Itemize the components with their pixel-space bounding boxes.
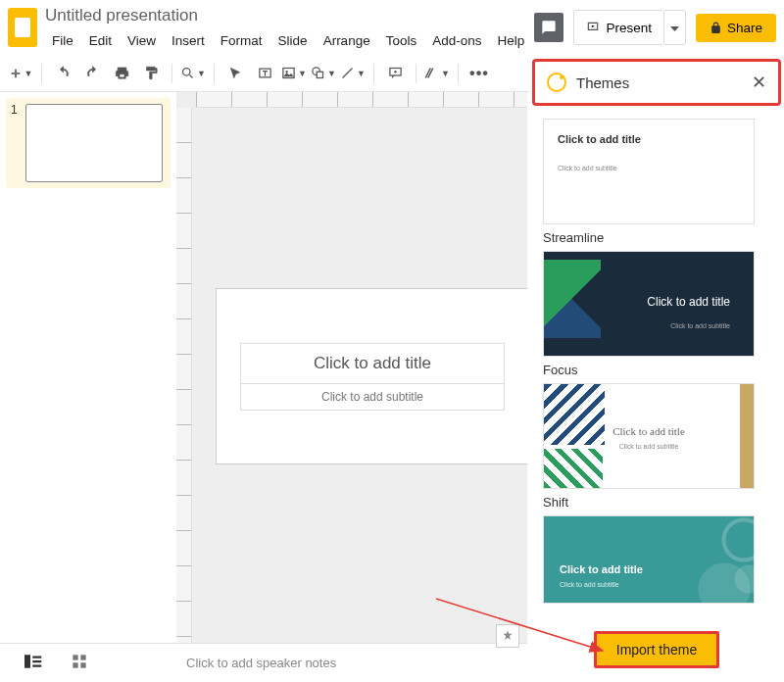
theme-title-text: Click to add title xyxy=(558,133,641,145)
undo-button[interactable] xyxy=(50,61,75,86)
comment-tool[interactable] xyxy=(382,61,408,86)
themes-panel: Themes ✕ Click to add title Click to add… xyxy=(529,56,784,682)
theme-sub-text: Click to add subtitle xyxy=(560,581,619,588)
theme-focus[interactable]: Click to add title Click to add subtitle xyxy=(543,251,755,357)
slide-thumb-1[interactable]: 1 xyxy=(6,98,171,188)
new-slide-button[interactable]: ▼ xyxy=(8,61,33,86)
theme-sub-text: Click to add subtitle xyxy=(670,322,730,329)
present-button[interactable]: Present xyxy=(573,10,664,45)
subtitle-placeholder[interactable]: Click to add subtitle xyxy=(240,384,505,411)
import-theme-button[interactable]: Import theme xyxy=(594,631,719,668)
menu-slide[interactable]: Slide xyxy=(271,29,315,52)
svg-rect-7 xyxy=(24,655,30,668)
image-tool[interactable]: ▼ xyxy=(281,61,307,86)
menu-arrange[interactable]: Arrange xyxy=(317,29,377,52)
slides-logo xyxy=(8,8,37,47)
share-button[interactable]: Share xyxy=(696,14,776,42)
theme-title-text: Click to add title xyxy=(544,425,754,437)
more-button[interactable]: ••• xyxy=(466,61,492,86)
menu-file[interactable]: File xyxy=(45,29,80,52)
slide[interactable]: Click to add title Click to add subtitle xyxy=(216,288,527,464)
menu-help[interactable]: Help xyxy=(490,29,531,52)
menu-view[interactable]: View xyxy=(121,29,163,52)
present-label: Present xyxy=(606,21,652,35)
shape-tool[interactable]: ▼ xyxy=(311,61,336,86)
transition-button[interactable]: ▼ xyxy=(424,61,450,86)
thumb-number: 1 xyxy=(11,103,18,117)
svg-rect-11 xyxy=(80,662,85,667)
ruler-horizontal xyxy=(196,92,527,108)
present-dropdown[interactable] xyxy=(664,10,686,45)
theme-list[interactable]: Click to add title Click to add subtitle… xyxy=(529,109,784,617)
menu-edit[interactable]: Edit xyxy=(82,29,119,52)
lock-icon xyxy=(710,22,722,34)
theme-shift[interactable]: Click to add title Click to add subtitle xyxy=(543,383,755,489)
theme-streamline[interactable]: Click to add title Click to add subtitle xyxy=(543,119,755,224)
paint-format-button[interactable] xyxy=(138,61,164,86)
svg-rect-8 xyxy=(73,655,77,659)
ruler-vertical xyxy=(176,108,192,643)
share-label: Share xyxy=(727,21,762,35)
svg-point-3 xyxy=(286,71,288,73)
canvas: Click to add title Click to add subtitle xyxy=(176,92,527,643)
redo-button[interactable] xyxy=(79,61,105,86)
notes-placeholder: Click to add speaker notes xyxy=(186,656,336,670)
svg-rect-10 xyxy=(73,662,77,667)
close-icon[interactable]: ✕ xyxy=(752,72,766,93)
comment-icon xyxy=(541,20,557,35)
svg-rect-9 xyxy=(80,655,85,659)
filmstrip-view-icon[interactable] xyxy=(24,655,42,672)
theme-title-text: Click to add title xyxy=(560,563,643,575)
bottom-bar: Click to add speaker notes xyxy=(0,643,527,682)
explore-button[interactable] xyxy=(496,624,519,648)
line-tool[interactable]: ▼ xyxy=(340,61,366,86)
print-button[interactable] xyxy=(109,61,134,86)
theme-label: Focus xyxy=(543,363,770,377)
theme-label: Streamline xyxy=(543,230,770,245)
chevron-down-icon xyxy=(670,26,679,32)
themes-header: Themes ✕ xyxy=(532,59,781,106)
themes-title: Themes xyxy=(576,74,742,91)
play-icon xyxy=(586,21,600,34)
comments-button[interactable] xyxy=(534,13,564,42)
palette-icon xyxy=(547,73,566,92)
doc-title[interactable]: Untitled presentation xyxy=(45,6,534,25)
grid-view-icon[interactable] xyxy=(72,654,87,673)
svg-point-0 xyxy=(183,69,191,76)
title-placeholder[interactable]: Click to add title xyxy=(240,343,505,384)
textbox-tool[interactable] xyxy=(252,61,277,86)
theme-label: Shift xyxy=(543,495,770,510)
filmstrip: 1 xyxy=(0,92,176,643)
theme-title-text: Click to add title xyxy=(647,295,730,309)
menu-addons[interactable]: Add-ons xyxy=(425,29,488,52)
select-tool[interactable] xyxy=(222,61,248,86)
speaker-notes[interactable]: Click to add speaker notes xyxy=(176,644,527,682)
theme-sub-text: Click to add subtitle xyxy=(544,443,754,450)
menubar: File Edit View Insert Format Slide Arran… xyxy=(45,29,534,52)
theme-sub-text: Click to add subtitle xyxy=(558,165,617,171)
menu-insert[interactable]: Insert xyxy=(165,29,212,52)
menu-tools[interactable]: Tools xyxy=(379,29,424,52)
menu-format[interactable]: Format xyxy=(214,29,270,52)
theme-teal[interactable]: Click to add title Click to add subtitle xyxy=(543,515,755,604)
zoom-button[interactable]: ▼ xyxy=(180,61,206,86)
thumb-preview xyxy=(25,104,163,182)
svg-rect-5 xyxy=(317,72,322,77)
